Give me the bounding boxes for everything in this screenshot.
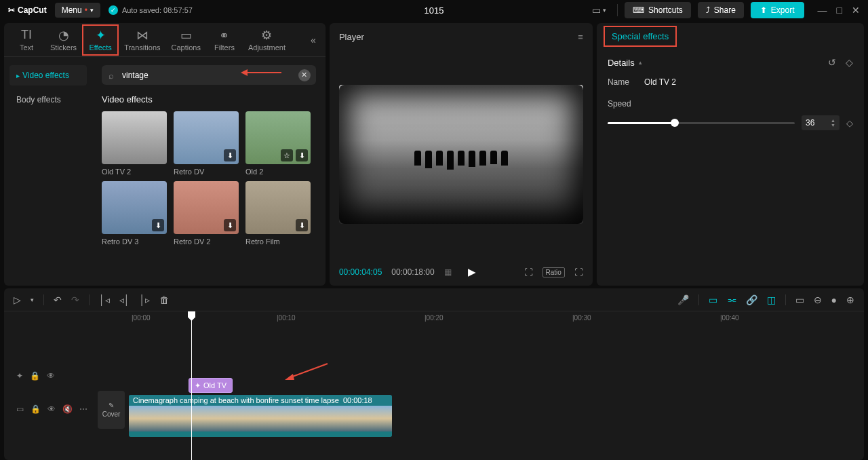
- lock-icon[interactable]: 🔒: [30, 371, 40, 381]
- close-button[interactable]: ✕: [852, 5, 860, 16]
- export-button[interactable]: ⬆Export: [751, 2, 804, 18]
- tab-transitions[interactable]: ⋈Transitions: [119, 26, 165, 54]
- keyframe-icon[interactable]: ◇: [846, 57, 853, 68]
- download-icon[interactable]: ⬇: [152, 219, 164, 231]
- tab-stickers[interactable]: ◔Stickers: [45, 26, 82, 54]
- timeline: ▷ ▾ ↶ ↷ │◃ ◃│ │▹ 🗑 🎤 ▭ ⫘ 🔗 ◫ ▭ ⊖ ● ⊕ |00…: [4, 288, 864, 460]
- project-name[interactable]: 1015: [425, 5, 444, 16]
- download-icon[interactable]: ⬇: [224, 149, 236, 161]
- export-icon: ⬆: [760, 5, 767, 15]
- svg-line-2: [289, 364, 328, 378]
- tab-effects[interactable]: ✦Effects: [82, 24, 119, 56]
- clear-search-button[interactable]: ✕: [298, 69, 311, 81]
- aspect-button[interactable]: ▭ ▾: [588, 3, 610, 17]
- play-button[interactable]: ▶: [468, 266, 476, 278]
- tab-captions[interactable]: ▭Captions: [166, 26, 206, 54]
- video-track-icon[interactable]: ▭: [16, 404, 24, 414]
- playhead[interactable]: [191, 311, 192, 460]
- properties-panel: Special effects Details▴ ↺ ◇ Name Old TV…: [597, 23, 864, 286]
- text-icon: TI: [21, 28, 32, 42]
- download-icon[interactable]: ⬇: [224, 219, 236, 231]
- name-label: Name: [608, 77, 644, 87]
- reset-icon[interactable]: ↺: [828, 57, 836, 68]
- undo-button[interactable]: ↶: [54, 294, 62, 305]
- split-left-tool[interactable]: ◃│: [119, 294, 130, 305]
- video-preview[interactable]: [339, 85, 583, 224]
- link-tool[interactable]: ⫘: [727, 294, 736, 305]
- player-title: Player: [339, 32, 364, 42]
- effect-item[interactable]: ☆⬇Old 2: [245, 111, 311, 176]
- search-icon: ⌕: [108, 70, 114, 80]
- visibility-icon[interactable]: 👁: [47, 371, 55, 381]
- svg-marker-3: [285, 374, 294, 380]
- snap-tool[interactable]: ▭: [709, 294, 717, 305]
- mute-icon[interactable]: 🔇: [62, 404, 73, 414]
- ratio-button[interactable]: Ratio: [542, 267, 565, 277]
- zoom-in-icon[interactable]: ⊕: [846, 294, 854, 305]
- player-menu-icon[interactable]: ≡: [578, 32, 583, 42]
- player-panel: Player ≡ 00:00:04:05 00:00:18:00 ▦ ▶ ⛶ R…: [330, 23, 593, 286]
- cover-button[interactable]: ✎Cover: [98, 391, 125, 429]
- effect-item[interactable]: ⬇Retro DV: [174, 111, 239, 176]
- redo-button[interactable]: ↷: [71, 294, 79, 305]
- search-box[interactable]: ⌕ ✕: [102, 65, 316, 85]
- subnav-video-effects[interactable]: Video effects: [9, 65, 87, 85]
- effects-section-title: Video effects: [102, 94, 316, 104]
- timeline-toolbar: ▷ ▾ ↶ ↷ │◃ ◃│ │▹ 🗑 🎤 ▭ ⫘ 🔗 ◫ ▭ ⊖ ● ⊕: [4, 288, 864, 311]
- annotation-arrow: [241, 67, 281, 78]
- effect-item[interactable]: Old TV 2: [102, 111, 167, 176]
- effect-item[interactable]: ⬇Retro DV 3: [102, 181, 167, 246]
- effect-track-icon[interactable]: ✦: [16, 371, 23, 381]
- autosave-status: ✓Auto saved: 08:57:57: [108, 5, 193, 15]
- timeline-tracks[interactable]: ✦Old TV Cinemagraph camping at beach wit…: [126, 326, 864, 432]
- more-icon[interactable]: ⋯: [79, 404, 87, 414]
- effect-icon: ✦: [195, 381, 201, 390]
- track-gutter: ✦ 🔒 👁 ▭ 🔒 👁 🔇 ⋯: [4, 326, 92, 432]
- split-tool[interactable]: │◃: [99, 294, 110, 305]
- effect-item[interactable]: ⬇Retro Film: [245, 181, 311, 246]
- menu-button[interactable]: Menu • ▾: [55, 3, 100, 18]
- split-right-tool[interactable]: │▹: [140, 294, 151, 305]
- dropdown-icon[interactable]: ▾: [31, 296, 34, 303]
- delete-tool[interactable]: 🗑: [159, 294, 169, 305]
- tab-text[interactable]: TIText: [8, 26, 45, 54]
- zoom-slider-thumb[interactable]: ●: [831, 294, 837, 305]
- effect-clip[interactable]: ✦Old TV: [189, 378, 233, 393]
- collapse-button[interactable]: «: [305, 35, 321, 45]
- effects-icon: ✦: [96, 28, 106, 42]
- fullscreen-icon[interactable]: ⛶: [574, 267, 583, 277]
- share-button[interactable]: ⤴Share: [698, 2, 744, 18]
- keyframe-icon[interactable]: ◇: [846, 118, 853, 128]
- stickers-icon: ◔: [58, 28, 69, 42]
- adjustment-icon: ⚙: [261, 28, 272, 42]
- effect-item[interactable]: ⬇Retro DV 2: [174, 181, 239, 246]
- speed-value[interactable]: 36▲▼: [802, 115, 840, 130]
- preview-tool[interactable]: ◫: [767, 294, 776, 305]
- timeline-ruler[interactable]: |00:00 |00:10 |00:20 |00:30 |00:40: [126, 311, 864, 326]
- visibility-icon[interactable]: 👁: [47, 404, 56, 414]
- maximize-button[interactable]: □: [837, 5, 842, 16]
- download-icon[interactable]: ⬇: [296, 149, 308, 161]
- quality-icon[interactable]: ▦: [444, 267, 452, 277]
- special-effects-tab[interactable]: Special effects: [604, 26, 677, 47]
- download-icon[interactable]: ⬇: [296, 219, 308, 231]
- zoom-fit-icon[interactable]: ▭: [795, 294, 804, 305]
- shortcuts-button[interactable]: ⌨Shortcuts: [625, 2, 691, 18]
- lock-icon[interactable]: 🔒: [31, 404, 41, 414]
- tab-filters[interactable]: ⚭Filters: [206, 26, 243, 54]
- effects-subnav: Video effects Body effects: [4, 57, 92, 286]
- tab-adjustment[interactable]: ⚙Adjustment: [243, 26, 291, 54]
- favorite-icon[interactable]: ☆: [281, 149, 293, 161]
- app-logo: ✂ CapCut: [8, 5, 47, 15]
- video-clip[interactable]: Cinemagraph camping at beach with bonfir…: [129, 395, 392, 437]
- keyboard-icon: ⌨: [633, 5, 644, 15]
- zoom-out-icon[interactable]: ⊖: [814, 294, 822, 305]
- subnav-body-effects[interactable]: Body effects: [9, 90, 87, 110]
- details-title: Details▴: [608, 58, 642, 68]
- scale-icon[interactable]: ⛶: [524, 267, 533, 277]
- speed-slider[interactable]: [608, 122, 795, 124]
- pointer-tool[interactable]: ▷: [14, 294, 21, 305]
- minimize-button[interactable]: —: [818, 5, 827, 16]
- mic-icon[interactable]: 🎤: [677, 294, 689, 305]
- link2-tool[interactable]: 🔗: [746, 294, 757, 305]
